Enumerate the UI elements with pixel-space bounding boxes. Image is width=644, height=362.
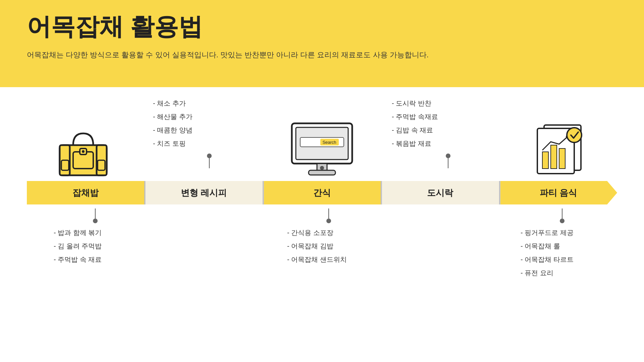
top-cell-party bbox=[504, 120, 617, 181]
svg-point-15 bbox=[320, 166, 324, 170]
svg-point-5 bbox=[82, 150, 85, 153]
bullet-item: 밥과 함께 볶기 bbox=[54, 226, 102, 239]
svg-rect-20 bbox=[559, 148, 565, 169]
bar-cell-jabchaebap: 잡채밥 bbox=[27, 181, 144, 204]
bottom-cell-lunchbox bbox=[384, 204, 494, 278]
svg-rect-6 bbox=[61, 160, 69, 170]
bullet-item: 해산물 추가 bbox=[153, 110, 193, 123]
dot-top-lunchbox bbox=[446, 154, 450, 158]
bottom-cell-variation bbox=[150, 204, 260, 278]
chart-icon bbox=[527, 120, 594, 177]
monitor-icon: Search bbox=[288, 120, 356, 177]
dot-bottom-snack bbox=[326, 219, 331, 223]
bullet-item: 도시락 반찬 bbox=[392, 97, 438, 110]
party-bullets: 핑거푸드로 제공 어목잡채 롤 어목잡채 타르트 퓨전 요리 bbox=[507, 226, 574, 280]
content-section: 채소 추가 해산물 추가 매콤한 양념 치즈 토핑 bbox=[0, 87, 644, 362]
bar-cell-snack: 간식 bbox=[263, 181, 381, 204]
bottom-row: 밥과 함께 볶기 김 올려 주먹밥 주먹밥 속 재료 간식용 소포장 어목잡채 … bbox=[27, 204, 617, 278]
bag-icon bbox=[53, 123, 113, 177]
page-subtitle: 어목잡채는 다양한 방식으로 활용할 수 있어 실용적입니다. 맛있는 반찬뿐만… bbox=[27, 49, 617, 60]
bullet-item: 어목잡채 타르트 bbox=[521, 253, 574, 266]
snack-bullets: 간식용 소포장 어목잡채 김밥 어목잡채 샌드위치 bbox=[274, 226, 347, 266]
svg-text:Search: Search bbox=[322, 140, 336, 145]
dot-bottom-jabchaebap bbox=[93, 219, 98, 223]
bullet-item: 어목잡채 김밥 bbox=[287, 239, 347, 253]
bar-cell-lunchbox: 도시락 bbox=[381, 181, 499, 204]
svg-point-22 bbox=[567, 128, 582, 142]
dot-top-variation bbox=[207, 154, 212, 158]
variation-bullets: 채소 추가 해산물 추가 매콤한 양념 치즈 토핑 bbox=[153, 97, 193, 150]
bullet-item: 간식용 소포장 bbox=[287, 226, 347, 239]
top-cell-lunchbox: 도시락 반찬 주먹밥 속재료 김밥 속 재료 볶음밥 재료 bbox=[378, 97, 504, 181]
bullet-item: 치즈 토핑 bbox=[153, 137, 193, 150]
page-title: 어목잡채 활용법 bbox=[27, 13, 617, 40]
lunchbox-bullets: 도시락 반찬 주먹밥 속재료 김밥 속 재료 볶음밥 재료 bbox=[392, 97, 438, 150]
bullet-item: 매콤한 양념 bbox=[153, 123, 193, 137]
bullet-item: 김 올려 주먹밥 bbox=[54, 239, 102, 253]
top-row: 채소 추가 해산물 추가 매콤한 양념 치즈 토핑 bbox=[27, 107, 617, 181]
bottom-cell-snack: 간식용 소포장 어목잡채 김밥 어목잡채 샌드위치 bbox=[260, 204, 384, 278]
bottom-cell-jabchaebap: 밥과 함께 볶기 김 올려 주먹밥 주먹밥 속 재료 bbox=[27, 204, 150, 278]
bottom-cell-party: 핑거푸드로 제공 어목잡채 롤 어목잡채 타르트 퓨전 요리 bbox=[494, 204, 617, 278]
bullet-item: 어목잡채 샌드위치 bbox=[287, 253, 347, 266]
header-section: 어목잡채 활용법 어목잡채는 다양한 방식으로 활용할 수 있어 실용적입니다.… bbox=[0, 0, 644, 87]
bullet-item: 채소 추가 bbox=[153, 97, 193, 110]
bullet-item: 김밥 속 재료 bbox=[392, 123, 438, 137]
svg-rect-19 bbox=[551, 145, 557, 169]
bar-cell-party: 파티 음식 bbox=[499, 181, 617, 204]
bullet-item: 어목잡채 롤 bbox=[521, 239, 574, 253]
jabchaebap-bullets: 밥과 함께 볶기 김 올려 주먹밥 주먹밥 속 재료 bbox=[40, 226, 102, 266]
bullet-item: 퓨전 요리 bbox=[521, 266, 574, 280]
top-cell-snack: Search bbox=[266, 120, 378, 181]
top-cell-jabchaebap bbox=[27, 123, 140, 181]
bullet-item: 주먹밥 속재료 bbox=[392, 110, 438, 123]
bullet-item: 핑거푸드로 제공 bbox=[521, 226, 574, 239]
timeline-container: 채소 추가 해산물 추가 매콤한 양념 치즈 토핑 bbox=[27, 107, 617, 278]
timeline-bar: 잡채밥 변형 레시피 간식 도시락 파티 음식 bbox=[27, 181, 617, 204]
bar-cell-variation: 변형 레시피 bbox=[144, 181, 262, 204]
bullet-item: 볶음밥 재료 bbox=[392, 137, 438, 150]
svg-rect-7 bbox=[98, 160, 105, 170]
top-cell-variation: 채소 추가 해산물 추가 매콤한 양념 치즈 토핑 bbox=[140, 97, 266, 181]
svg-rect-14 bbox=[309, 170, 335, 175]
dot-bottom-party bbox=[560, 219, 565, 223]
bullet-item: 주먹밥 속 재료 bbox=[54, 253, 102, 266]
svg-rect-18 bbox=[542, 152, 548, 169]
